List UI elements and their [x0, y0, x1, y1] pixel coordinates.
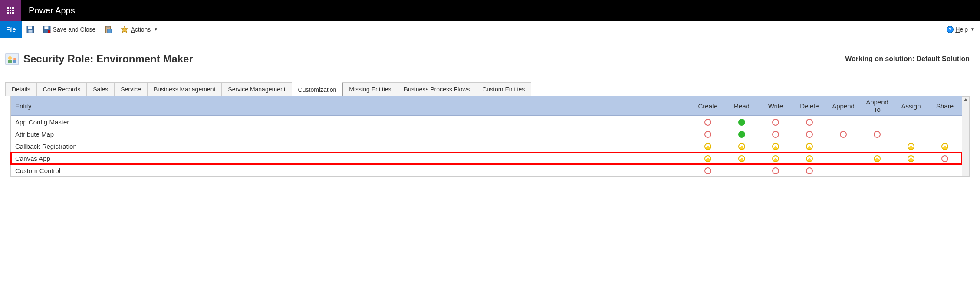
permission-user-icon[interactable]	[941, 143, 948, 150]
permission-cell[interactable]	[894, 152, 928, 164]
permission-cell[interactable]	[691, 116, 725, 128]
help-button[interactable]: ? Help ▼	[947, 26, 975, 33]
permission-cell[interactable]	[793, 128, 826, 140]
permission-none-icon[interactable]	[772, 119, 779, 126]
permission-cell[interactable]	[725, 128, 759, 140]
permission-cell[interactable]	[793, 116, 826, 128]
tab-service-management[interactable]: Service Management	[221, 82, 292, 96]
permission-user-icon[interactable]	[738, 155, 745, 162]
paste-button[interactable]	[100, 21, 116, 38]
save-button[interactable]	[22, 21, 39, 38]
permission-cell[interactable]	[860, 164, 894, 176]
entity-name: Custom Control	[11, 164, 691, 176]
tab-business-management[interactable]: Business Management	[147, 82, 222, 96]
permission-cell[interactable]	[928, 116, 962, 128]
permission-full-icon[interactable]	[738, 131, 745, 138]
entity-row: Attribute Map	[11, 128, 962, 140]
permission-cell[interactable]	[759, 164, 793, 176]
chevron-down-icon: ▼	[970, 27, 975, 32]
permission-user-icon[interactable]	[806, 143, 813, 150]
permission-cell[interactable]	[860, 152, 894, 164]
permission-none-icon[interactable]	[840, 131, 847, 138]
permission-cell[interactable]	[826, 140, 860, 152]
save-icon	[26, 26, 34, 33]
permission-user-icon[interactable]	[772, 143, 779, 150]
permission-none-icon[interactable]	[806, 119, 813, 126]
actions-menu-button[interactable]: Actions ▼	[116, 21, 162, 38]
permission-cell[interactable]	[928, 152, 962, 164]
permission-user-icon[interactable]	[908, 143, 914, 150]
permission-full-icon[interactable]	[738, 119, 745, 126]
actions-label: Actions	[131, 26, 151, 33]
permission-cell[interactable]	[860, 128, 894, 140]
permission-none-icon[interactable]	[874, 131, 881, 138]
permission-cell[interactable]	[894, 140, 928, 152]
permission-none-icon[interactable]	[704, 167, 711, 174]
permission-cell[interactable]	[759, 152, 793, 164]
permission-cell[interactable]	[725, 140, 759, 152]
permission-cell[interactable]	[826, 116, 860, 128]
tab-service[interactable]: Service	[114, 82, 148, 96]
permission-none-icon[interactable]	[806, 167, 813, 174]
permission-cell[interactable]	[894, 164, 928, 176]
app-title: Power Apps	[21, 0, 83, 21]
permission-cell[interactable]	[691, 128, 725, 140]
permission-cell[interactable]	[860, 116, 894, 128]
entity-row: Canvas App	[11, 152, 962, 164]
vertical-scrollbar[interactable]	[962, 96, 970, 177]
permission-cell[interactable]	[826, 152, 860, 164]
scroll-up-arrow-icon[interactable]	[964, 98, 968, 101]
entity-row: Callback Registration	[11, 140, 962, 152]
permission-user-icon[interactable]	[806, 155, 813, 162]
tab-sales[interactable]: Sales	[86, 82, 115, 96]
svg-marker-8	[122, 26, 128, 33]
tab-missing-entities[interactable]: Missing Entities	[342, 82, 398, 96]
permission-cell[interactable]	[725, 116, 759, 128]
svg-rect-6	[107, 26, 110, 27]
permission-cell[interactable]	[691, 164, 725, 176]
permission-user-icon[interactable]	[772, 155, 779, 162]
tab-details[interactable]: Details	[5, 82, 37, 96]
entity-row: App Config Master	[11, 116, 962, 128]
permission-user-icon[interactable]	[704, 155, 711, 162]
permission-none-icon[interactable]	[806, 131, 813, 138]
permission-cell[interactable]	[928, 164, 962, 176]
permission-cell[interactable]	[759, 116, 793, 128]
column-header: Read	[725, 96, 759, 116]
permission-cell[interactable]	[928, 128, 962, 140]
permission-cell[interactable]	[691, 140, 725, 152]
app-launcher-button[interactable]	[0, 0, 21, 21]
permission-cell[interactable]	[793, 140, 826, 152]
tab-customization[interactable]: Customization	[292, 83, 343, 96]
permission-cell[interactable]	[826, 128, 860, 140]
permission-cell[interactable]	[826, 164, 860, 176]
permission-cell[interactable]	[928, 140, 962, 152]
column-header: Write	[759, 96, 793, 116]
permission-cell[interactable]	[759, 140, 793, 152]
permission-cell[interactable]	[860, 140, 894, 152]
permission-cell[interactable]	[725, 152, 759, 164]
tab-business-process-flows[interactable]: Business Process Flows	[398, 82, 477, 96]
permission-cell[interactable]	[691, 152, 725, 164]
permission-cell[interactable]	[759, 128, 793, 140]
column-header: Assign	[894, 96, 928, 116]
permission-user-icon[interactable]	[908, 155, 914, 162]
permission-none-icon[interactable]	[941, 155, 948, 162]
permission-user-icon[interactable]	[738, 143, 745, 150]
permission-none-icon[interactable]	[772, 167, 779, 174]
permission-cell[interactable]	[894, 116, 928, 128]
file-menu-button[interactable]: File	[0, 21, 22, 38]
permission-cell[interactable]	[725, 164, 759, 176]
tab-custom-entities[interactable]: Custom Entities	[476, 82, 531, 96]
column-header: Share	[928, 96, 962, 116]
tab-core-records[interactable]: Core Records	[36, 82, 87, 96]
permission-none-icon[interactable]	[704, 119, 711, 126]
permission-none-icon[interactable]	[772, 131, 779, 138]
permission-cell[interactable]	[793, 164, 826, 176]
permission-user-icon[interactable]	[704, 143, 711, 150]
permission-cell[interactable]	[793, 152, 826, 164]
permission-cell[interactable]	[894, 128, 928, 140]
save-and-close-button[interactable]: Save and Close	[39, 21, 100, 38]
permission-none-icon[interactable]	[704, 131, 711, 138]
permission-user-icon[interactable]	[874, 155, 881, 162]
